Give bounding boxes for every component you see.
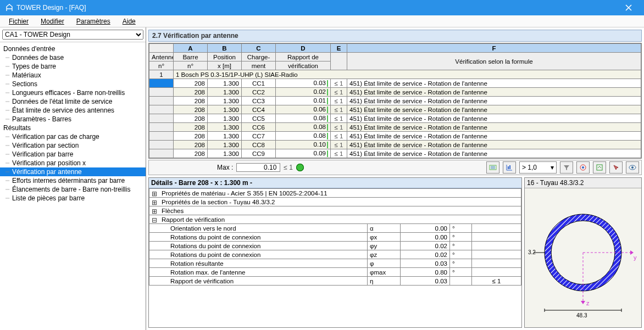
max-label: Max : xyxy=(217,164,233,171)
tree-item[interactable]: Sections xyxy=(0,80,146,88)
tool-btn-export[interactable] xyxy=(593,161,606,174)
svg-rect-2 xyxy=(509,165,510,169)
detail-row: Rotations du point de connexionφy0.02° xyxy=(149,242,521,250)
tree-item[interactable]: Élancements de barre - Barre non-treilli… xyxy=(0,185,146,194)
menu-fichier[interactable]: Fichier xyxy=(3,16,34,26)
tree-group-results[interactable]: Résultats xyxy=(0,124,146,132)
tool-btn-2[interactable] xyxy=(503,161,516,174)
table-row[interactable]: 2081.300CC70.08≤ 1451) État limite de se… xyxy=(149,132,641,141)
details-panel: Détails - Barre 208 - x : 1.300 m - Prop… xyxy=(148,177,522,328)
tree-item[interactable]: Types de barre xyxy=(0,62,146,71)
svg-text:y: y xyxy=(634,254,637,261)
summary-bar: Max : 0.10 ≤ 1 > 1,0▾ xyxy=(148,160,642,175)
tree-item[interactable]: Matériaux xyxy=(0,71,146,80)
svg-text:3.2: 3.2 xyxy=(528,249,536,255)
svg-text:48.3: 48.3 xyxy=(576,312,587,318)
detail-group[interactable]: Propriétés de la section - Tuyau 48.3/3.… xyxy=(149,198,521,206)
svg-point-7 xyxy=(631,166,634,169)
tree-item[interactable]: État limite de service des antennes xyxy=(0,106,146,115)
table-row[interactable]: 2081.300CC40.06≤ 1451) État limite de se… xyxy=(149,105,641,114)
tree-item[interactable]: Longueurs efficaces - Barre non-treillis xyxy=(0,88,146,97)
svg-text:z: z xyxy=(586,300,590,306)
tree-item[interactable]: Vérification par position x xyxy=(0,159,146,167)
svg-point-4 xyxy=(582,166,584,169)
tree-item[interactable]: Vérification par section xyxy=(0,141,146,150)
section-figure: 16 - Tuyau 48.3/3.2 y xyxy=(524,177,642,328)
tool-btn-eye[interactable] xyxy=(626,161,639,174)
detail-group[interactable]: Flèches xyxy=(149,206,521,215)
table-row[interactable]: 2081.300CC90.09≤ 1451) État limite de se… xyxy=(149,149,641,158)
tool-btn-colors[interactable] xyxy=(576,161,590,174)
tree-item[interactable]: Données de base xyxy=(0,53,146,62)
tree-item[interactable]: Données de l'état limite de service xyxy=(0,97,146,106)
max-limit: ≤ 1 xyxy=(284,164,293,171)
tool-btn-select[interactable] xyxy=(609,161,623,174)
tree-item[interactable]: Paramètres - Barres xyxy=(0,115,146,124)
status-ok-icon xyxy=(296,164,304,171)
svg-rect-5 xyxy=(597,165,602,170)
window-title: TOWER Design - [FAQ] xyxy=(16,4,86,12)
detail-row: Rotations du point de connexionφz0.02° xyxy=(149,250,521,259)
details-title: Détails - Barre 208 - x : 1.300 m - xyxy=(149,178,521,188)
menu-modifier[interactable]: Modifier xyxy=(35,16,70,26)
panel-title: 2.7 Vérification par antenne xyxy=(148,30,642,42)
table-row[interactable]: 2081.300CC60.08≤ 1451) État limite de se… xyxy=(149,123,641,132)
project-selector[interactable]: CA1 - TOWER Design xyxy=(2,30,143,40)
filter-dropdown[interactable]: > 1,0▾ xyxy=(519,161,557,174)
tool-btn-filter[interactable] xyxy=(560,161,573,174)
results-grid[interactable]: ABCDEF AntenneBarrePositionCharge-Rappor… xyxy=(148,43,642,159)
detail-row: Rotation résultanteφ0.03° xyxy=(149,259,521,268)
tree-item[interactable]: Vérification par antenne xyxy=(0,167,146,176)
max-value: 0.10 xyxy=(236,163,280,172)
menu-parametres[interactable]: Paramètres xyxy=(71,16,116,26)
table-row[interactable]: 2081.300CC30.01≤ 1451) État limite de se… xyxy=(149,97,641,105)
tree-item[interactable]: Efforts internes déterminants par barre xyxy=(0,176,146,185)
close-button[interactable] xyxy=(618,0,640,15)
table-row[interactable]: 2081.300CC80.10≤ 1451) État limite de se… xyxy=(149,141,641,149)
detail-group[interactable]: Propriétés de matériau - Acier S 355 | E… xyxy=(149,189,521,198)
tree-group-input[interactable]: Données d'entrée xyxy=(0,44,146,53)
menubar: Fichier Modifier Paramètres Aide xyxy=(0,15,644,27)
table-row[interactable]: 2081.300CC10.03≤ 1451) État limite de se… xyxy=(149,79,641,88)
sidebar: CA1 - TOWER Design Données d'entrée Donn… xyxy=(0,27,146,330)
tool-btn-1[interactable] xyxy=(486,161,499,174)
detail-row: Rotation max. de l'antenneφmax0.80° xyxy=(149,268,521,277)
titlebar: TOWER Design - [FAQ] xyxy=(0,0,644,15)
detail-row: Rapport de vérificationη0.03≤ 1 xyxy=(149,277,521,286)
table-row[interactable]: 2081.300CC50.08≤ 1451) État limite de se… xyxy=(149,114,641,123)
detail-row: Rotations du point de connexionφx0.00° xyxy=(149,233,521,242)
chevron-down-icon: ▾ xyxy=(551,164,554,171)
table-row[interactable]: 2081.300CC20.02≤ 1451) État limite de se… xyxy=(149,88,641,97)
figure-title: 16 - Tuyau 48.3/3.2 xyxy=(525,178,641,188)
menu-aide[interactable]: Aide xyxy=(117,16,141,26)
nav-tree: Données d'entrée Données de baseTypes de… xyxy=(0,42,146,330)
app-icon xyxy=(4,3,14,13)
detail-row: Orientation vers le nordα0.00° xyxy=(149,224,521,233)
tree-item[interactable]: Vérification par cas de charge xyxy=(0,132,146,141)
tree-item[interactable]: Vérification par barre xyxy=(0,150,146,159)
detail-group[interactable]: Rapport de vérification xyxy=(149,215,521,224)
svg-rect-1 xyxy=(508,166,509,169)
tree-item[interactable]: Liste de pièces par barre xyxy=(0,194,146,203)
